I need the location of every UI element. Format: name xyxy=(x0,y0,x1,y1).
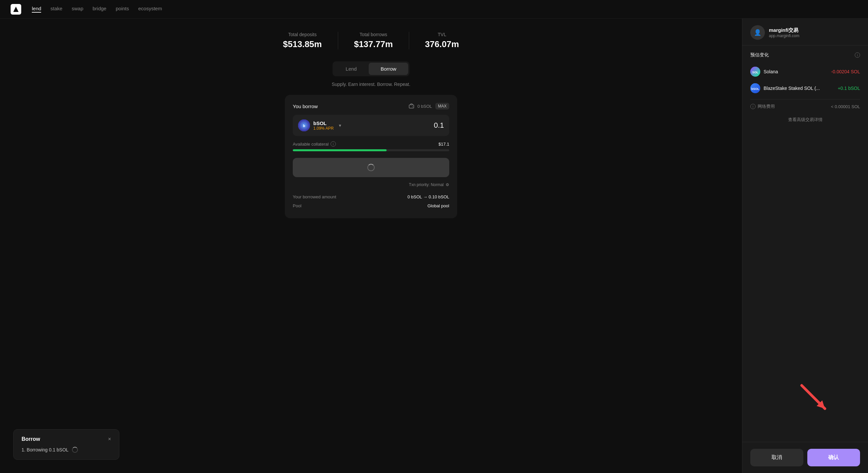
borrow-card: You borrow 0 bSOL MAX xyxy=(285,95,457,218)
estimate-title-label: 预估变化 xyxy=(750,52,769,58)
view-advanced-link[interactable]: 查看高级交易详情 xyxy=(750,113,860,126)
collateral-info-icon: i xyxy=(331,141,336,147)
txn-priority-label: Txn priority: Normal xyxy=(409,182,444,187)
collateral-progress-fill xyxy=(293,149,386,151)
bsol-token-icon: b xyxy=(298,119,310,131)
pool-label: Pool xyxy=(293,203,301,208)
avatar: 👤 xyxy=(750,25,765,40)
asset-left-bsol: bSOL BlazeStake Staked SOL (... xyxy=(750,83,820,93)
token-name: bSOL xyxy=(313,120,334,126)
confirm-button[interactable]: 确认 xyxy=(807,449,860,466)
asset-row-sol: SOL Solana -0.00204 SOL xyxy=(750,63,860,80)
nav-link-bridge[interactable]: bridge xyxy=(93,6,106,12)
sol-asset-name: Solana xyxy=(764,69,778,74)
you-borrow-label: You borrow xyxy=(293,104,318,109)
network-fee-info-icon: i xyxy=(750,104,755,109)
tvl-label: TVL xyxy=(425,32,459,37)
stat-tvl: TVL 376.07m xyxy=(409,32,475,50)
txn-priority-settings-icon[interactable]: ⚙ xyxy=(445,182,449,187)
cancel-button[interactable]: 取消 xyxy=(750,449,803,466)
wallet-icon xyxy=(409,104,414,109)
nav-link-ecosystem[interactable]: ecosystem xyxy=(138,6,162,12)
toggle-row: Lend Borrow xyxy=(333,61,410,76)
pool-value: Global pool xyxy=(427,203,449,208)
network-fee-label: i 网络费用 xyxy=(750,104,775,110)
nav-link-stake[interactable]: stake xyxy=(51,6,62,12)
collateral-label: Available collateral i xyxy=(293,141,336,147)
pool-row: Pool Global pool xyxy=(293,201,449,210)
center-content: Total deposits $513.85m Total borrows $1… xyxy=(0,19,742,473)
action-buttons: 取消 确认 xyxy=(742,442,868,473)
toast-spinner xyxy=(72,447,78,453)
nav-links: lend stake swap bridge points ecosystem xyxy=(32,6,162,12)
svg-text:SOL: SOL xyxy=(752,71,758,74)
toast-header: Borrow × xyxy=(22,436,111,442)
toast-title: Borrow xyxy=(22,436,40,442)
stat-total-deposits: Total deposits $513.85m xyxy=(267,32,338,50)
borrow-toggle-button[interactable]: Borrow xyxy=(369,63,408,75)
svg-text:bSOL: bSOL xyxy=(751,87,760,91)
estimate-info-icon: i xyxy=(855,52,860,58)
collateral-row: Available collateral i $17.1 xyxy=(293,141,449,147)
sol-asset-change: -0.00204 SOL xyxy=(831,69,860,74)
svg-text:b: b xyxy=(303,124,305,128)
tvl-value: 376.07m xyxy=(425,39,459,50)
borrowed-amount-value: 0 bSOL → 0.10 bSOL xyxy=(407,195,449,199)
logo[interactable] xyxy=(10,4,21,14)
balance-value: 0 bSOL xyxy=(417,104,432,109)
total-deposits-value: $513.85m xyxy=(283,39,322,50)
asset-row-bsol: bSOL BlazeStake Staked SOL (... +0.1 bSO… xyxy=(750,80,860,96)
bsol-asset-icon: bSOL xyxy=(750,83,760,93)
lend-toggle-button[interactable]: Lend xyxy=(334,63,369,75)
tx-header: 👤 marginfi交易 app.marginfi.com xyxy=(742,19,868,46)
navbar: lend stake swap bridge points ecosystem xyxy=(0,0,868,19)
borrow-action-button[interactable] xyxy=(293,158,449,177)
network-fee-row: i 网络费用 < 0.00001 SOL xyxy=(750,99,860,113)
nav-link-lend[interactable]: lend xyxy=(32,6,41,12)
token-left: b bSOL 1.09% APR ▾ xyxy=(298,119,341,131)
borrow-balance: 0 bSOL MAX xyxy=(409,103,449,110)
main-layout: Total deposits $513.85m Total borrows $1… xyxy=(0,19,868,473)
stat-total-borrows: Total borrows $137.77m xyxy=(338,32,409,50)
subtitle: Supply. Earn interest. Borrow. Repeat. xyxy=(332,82,410,87)
token-apr: 1.09% APR xyxy=(313,126,334,131)
toast-close-button[interactable]: × xyxy=(108,436,111,442)
collateral-progress-bar xyxy=(293,149,449,151)
total-deposits-label: Total deposits xyxy=(283,32,322,37)
toast-step: 1. Borrowing 0.1 bSOL xyxy=(22,447,111,453)
red-arrow-indicator xyxy=(795,379,835,420)
borrow-toast: Borrow × 1. Borrowing 0.1 bSOL xyxy=(13,429,119,460)
loading-spinner xyxy=(367,164,375,171)
total-borrows-value: $137.77m xyxy=(354,39,393,50)
token-selector-row[interactable]: b bSOL 1.09% APR ▾ 0.1 xyxy=(293,115,449,136)
token-info: bSOL 1.09% APR xyxy=(313,120,334,131)
tx-site-info: marginfi交易 app.marginfi.com xyxy=(769,27,799,38)
txn-priority: Txn priority: Normal ⚙ xyxy=(293,182,449,187)
borrowed-amount-row: Your borrowed amount 0 bSOL → 0.10 bSOL xyxy=(293,193,449,201)
solana-icon: SOL xyxy=(750,67,760,77)
asset-left-sol: SOL Solana xyxy=(750,67,778,77)
max-button[interactable]: MAX xyxy=(435,103,449,110)
bsol-asset-name: BlazeStake Staked SOL (... xyxy=(764,86,820,91)
collateral-value: $17.1 xyxy=(438,142,449,147)
borrow-card-header: You borrow 0 bSOL MAX xyxy=(293,103,449,110)
estimate-title-row: 预估变化 i xyxy=(750,52,860,58)
nav-link-swap[interactable]: swap xyxy=(72,6,83,12)
tx-site-name: marginfi交易 xyxy=(769,27,799,33)
borrow-amount: 0.1 xyxy=(434,121,444,130)
bsol-asset-change: +0.1 bSOL xyxy=(838,86,860,91)
tx-site-url: app.marginfi.com xyxy=(769,33,799,38)
stats-row: Total deposits $513.85m Total borrows $1… xyxy=(267,32,475,50)
borrowed-amount-label: Your borrowed amount xyxy=(293,195,336,199)
nav-link-points[interactable]: points xyxy=(116,6,129,12)
total-borrows-label: Total borrows xyxy=(354,32,393,37)
chevron-down-icon: ▾ xyxy=(339,123,341,128)
toast-step-label: 1. Borrowing 0.1 bSOL xyxy=(22,447,69,452)
svg-rect-2 xyxy=(409,105,414,108)
network-fee-value: < 0.00001 SOL xyxy=(831,104,860,109)
